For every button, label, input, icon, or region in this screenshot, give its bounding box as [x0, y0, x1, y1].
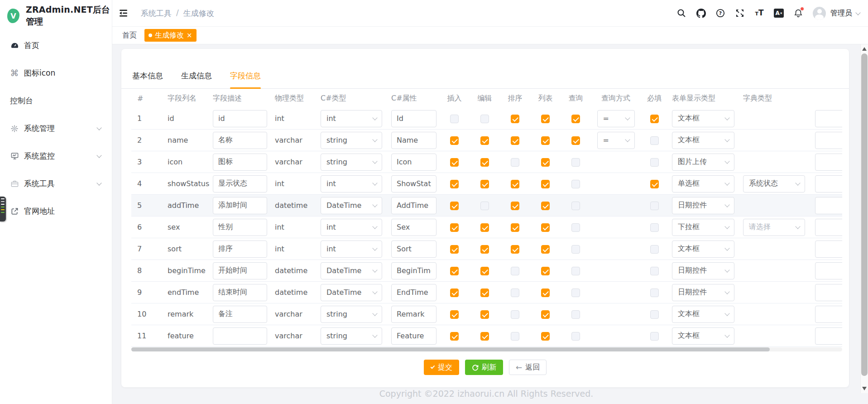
sort-checkbox[interactable]: [511, 136, 519, 145]
sort-checkbox[interactable]: [511, 202, 519, 210]
display-type-select[interactable]: 文本框: [672, 306, 734, 323]
required-checkbox[interactable]: [650, 332, 659, 341]
query-mode-select[interactable]: =: [597, 132, 635, 149]
insert-checkbox[interactable]: [450, 267, 459, 275]
extra-input[interactable]: [815, 154, 842, 171]
tab-基本信息[interactable]: 基本信息: [132, 71, 163, 88]
query-checkbox[interactable]: [571, 310, 580, 319]
display-type-select[interactable]: 文本框: [672, 327, 734, 345]
csharp-type-select[interactable]: DateTime: [321, 197, 382, 214]
csharp-type-select[interactable]: int: [321, 110, 382, 127]
required-checkbox[interactable]: [650, 289, 659, 297]
csharp-property-input[interactable]: [391, 240, 436, 258]
list-checkbox[interactable]: [541, 136, 550, 145]
sort-checkbox[interactable]: [511, 180, 519, 188]
edit-checkbox[interactable]: [480, 158, 489, 167]
query-checkbox[interactable]: [571, 245, 580, 254]
sort-checkbox[interactable]: [511, 332, 519, 341]
required-checkbox[interactable]: [650, 267, 659, 275]
required-checkbox[interactable]: [650, 136, 659, 145]
dict-type-select[interactable]: 系统状态: [743, 175, 805, 192]
extra-input[interactable]: [815, 306, 842, 323]
font-size-icon[interactable]: TT: [754, 8, 764, 18]
csharp-property-input[interactable]: [391, 132, 436, 149]
dict-type-select[interactable]: 请选择: [743, 219, 805, 236]
csharp-type-select[interactable]: DateTime: [321, 284, 382, 301]
sidebar-item-图标icon[interactable]: ⌘图标icon: [0, 59, 112, 87]
required-checkbox[interactable]: [650, 202, 659, 210]
extra-input[interactable]: [815, 262, 842, 279]
tab-生成信息[interactable]: 生成信息: [181, 71, 212, 88]
required-checkbox[interactable]: [650, 180, 659, 188]
extra-input[interactable]: [815, 110, 842, 127]
insert-checkbox[interactable]: [450, 332, 459, 341]
horizontal-scrollbar[interactable]: [131, 347, 842, 351]
description-input[interactable]: [213, 306, 267, 323]
extra-input[interactable]: [815, 240, 842, 258]
insert-checkbox[interactable]: [450, 180, 459, 188]
sidebar-item-首页[interactable]: 首页: [0, 32, 112, 59]
sidebar-item-系统监控[interactable]: 系统监控: [0, 142, 112, 170]
insert-checkbox[interactable]: [450, 310, 459, 319]
csharp-type-select[interactable]: string: [321, 306, 382, 323]
edit-checkbox[interactable]: [480, 245, 489, 254]
edit-checkbox[interactable]: [480, 310, 489, 319]
user-name[interactable]: 管理员: [830, 9, 852, 18]
sidebar-collapse-icon[interactable]: [118, 8, 129, 19]
query-checkbox[interactable]: [571, 136, 580, 145]
csharp-property-input[interactable]: [391, 284, 436, 301]
display-type-select[interactable]: 日期控件: [672, 262, 734, 279]
sort-checkbox[interactable]: [511, 115, 519, 123]
tag-生成修改[interactable]: 生成修改×: [144, 29, 197, 42]
close-icon[interactable]: ×: [187, 32, 192, 39]
display-type-select[interactable]: 日期控件: [672, 197, 734, 214]
display-type-select[interactable]: 文本框: [672, 240, 734, 258]
extra-input[interactable]: [815, 132, 842, 149]
query-checkbox[interactable]: [571, 223, 580, 232]
description-input[interactable]: [213, 219, 267, 236]
list-checkbox[interactable]: [541, 180, 550, 188]
edit-checkbox[interactable]: [480, 115, 489, 123]
csharp-property-input[interactable]: [391, 197, 436, 214]
edit-checkbox[interactable]: [480, 223, 489, 232]
list-checkbox[interactable]: [541, 115, 550, 123]
query-checkbox[interactable]: [571, 332, 580, 341]
sort-checkbox[interactable]: [511, 310, 519, 319]
insert-checkbox[interactable]: [450, 245, 459, 254]
display-type-select[interactable]: 日期控件: [672, 284, 734, 301]
bell-icon[interactable]: [793, 8, 803, 18]
query-checkbox[interactable]: [571, 267, 580, 275]
sort-checkbox[interactable]: [511, 267, 519, 275]
required-checkbox[interactable]: [650, 223, 659, 232]
query-checkbox[interactable]: [571, 289, 580, 297]
csharp-type-select[interactable]: int: [321, 219, 382, 236]
csharp-property-input[interactable]: [391, 306, 436, 323]
scroll-up-arrow-icon[interactable]: [862, 47, 867, 51]
sidebar-item-官网地址[interactable]: 官网地址: [0, 197, 112, 225]
sidebar-item-系统工具[interactable]: 系统工具: [0, 170, 112, 197]
sort-checkbox[interactable]: [511, 289, 519, 297]
edit-checkbox[interactable]: [480, 267, 489, 275]
list-checkbox[interactable]: [541, 245, 550, 254]
sort-checkbox[interactable]: [511, 223, 519, 232]
edit-checkbox[interactable]: [480, 136, 489, 145]
insert-checkbox[interactable]: [450, 115, 459, 123]
display-type-select[interactable]: 下拉框: [672, 219, 734, 236]
insert-checkbox[interactable]: [450, 202, 459, 210]
csharp-property-input[interactable]: [391, 327, 436, 345]
extra-input[interactable]: [815, 219, 842, 236]
vertical-scrollbar-thumb[interactable]: [861, 53, 868, 376]
description-input[interactable]: [213, 132, 267, 149]
required-checkbox[interactable]: [650, 158, 659, 167]
sort-checkbox[interactable]: [511, 245, 519, 254]
description-input[interactable]: [213, 284, 267, 301]
edit-checkbox[interactable]: [480, 180, 489, 188]
edit-checkbox[interactable]: [480, 202, 489, 210]
submit-button[interactable]: 提交: [424, 360, 459, 375]
query-checkbox[interactable]: [571, 180, 580, 188]
edit-checkbox[interactable]: [480, 332, 489, 341]
list-checkbox[interactable]: [541, 158, 550, 167]
query-checkbox[interactable]: [571, 158, 580, 167]
list-checkbox[interactable]: [541, 267, 550, 275]
tab-字段信息[interactable]: 字段信息: [230, 71, 261, 88]
